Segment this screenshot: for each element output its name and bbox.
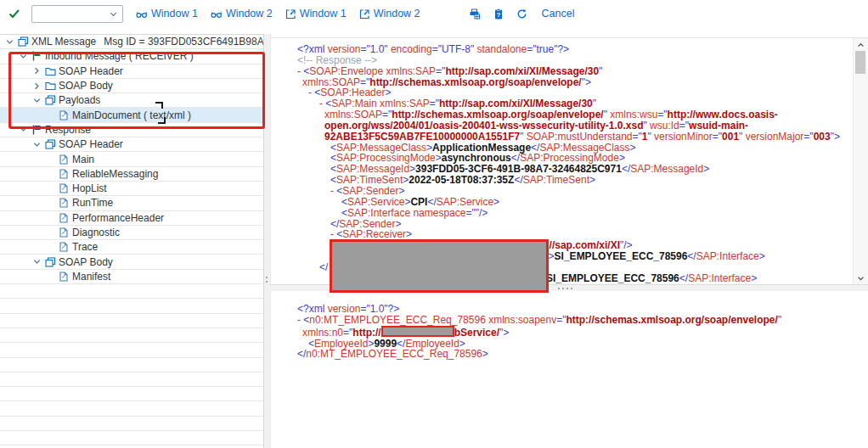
tree-item-manifest[interactable]: Manifest (0, 270, 263, 284)
tree-empty-row (0, 372, 263, 387)
xml-line: - <n0:MT_EMPLOYEE_ECC_Req_78596 xmlns:so… (271, 315, 868, 326)
folder-icon (43, 66, 57, 76)
xml-view-area: <?xml version="1.0" encoding="UTF-8" sta… (270, 34, 868, 448)
tree-item-diagnostic[interactable]: Diagnostic (0, 226, 263, 240)
tree-item-label: PerformanceHeader (72, 212, 164, 224)
scroll-up-icon[interactable] (854, 39, 868, 51)
xml-line: </n0:MT_EMPLOYEE_ECC_Req_78596> (271, 349, 868, 360)
doc-icon (57, 154, 70, 165)
tree-item-hoplist[interactable]: HopList (0, 182, 263, 196)
inline-redaction-box (381, 326, 454, 337)
glasses-icon (136, 8, 148, 19)
export-button[interactable] (469, 8, 481, 20)
tree-items: Inbound Message ( RECEIVER )SOAP HeaderS… (0, 49, 263, 448)
xml-payload-panel-bottom[interactable]: <?xml version="1.0"?>- <n0:MT_EMPLOYEE_E… (270, 291, 868, 448)
svg-text:?: ? (496, 11, 500, 19)
chevron-down-icon (109, 9, 118, 19)
message-selector-dropdown[interactable] (31, 5, 123, 23)
popup-window-icon (285, 8, 296, 20)
print-export-icon (469, 8, 481, 20)
toolbar-button-label: Window 2 (374, 8, 420, 20)
tree-empty-row (0, 284, 263, 299)
tree-item-label: Diagnostic (72, 227, 120, 238)
tree-item-label: Payloads (59, 94, 100, 106)
chevron-down-icon[interactable] (31, 96, 43, 105)
scrollbar-thumb[interactable] (855, 51, 865, 74)
tree-item-soap-body[interactable]: SOAP Body (0, 255, 263, 269)
tree-item-trace[interactable]: Trace (0, 240, 263, 255)
refresh-icon (516, 8, 527, 20)
tree-item-label: Inbound Message ( RECEIVER ) (45, 50, 194, 62)
chevron-down-icon[interactable] (31, 140, 43, 149)
tree-item-label: Trace (72, 241, 98, 253)
tree-item-label: Response (45, 124, 91, 136)
xml-line: xmlns:n0="http://bService/"> (271, 326, 868, 339)
tree-empty-row (0, 314, 263, 328)
tree-item-label: Main (72, 154, 94, 165)
scroll-down-icon[interactable] (854, 272, 868, 284)
xml-message-icon (16, 36, 30, 47)
tree-item-payloads[interactable]: Payloads (0, 93, 263, 108)
doc-icon (57, 242, 70, 252)
doc-icon (57, 169, 70, 179)
doc-icon (57, 272, 70, 282)
tree-root-xml-message[interactable]: XML Message Msg ID = 393FDD053CF6491B98A… (0, 35, 263, 49)
toolbar-button-view-window-1[interactable]: Window 1 (136, 8, 198, 20)
tree-item-label: SOAP Body (59, 256, 113, 268)
tree-empty-row (0, 431, 263, 445)
toolbar-button-view-window-2[interactable]: Window 2 (211, 8, 273, 20)
chevron-down-icon[interactable] (3, 37, 16, 47)
tree-item-soap-header[interactable]: SOAP Header (0, 137, 263, 152)
tree-item-maindocument-text-xml[interactable]: MainDocument ( text/xml ) (0, 108, 263, 122)
tree-item-soap-body[interactable]: SOAP Body (0, 79, 263, 93)
tree-item-label: MainDocument ( text/xml ) (72, 109, 191, 121)
tree-item-label: SOAP Header (59, 65, 123, 77)
doc-icon (57, 183, 70, 193)
refresh-button[interactable] (516, 8, 527, 20)
clipboard-help-icon: ? (493, 8, 504, 20)
tree-empty-row (0, 343, 263, 357)
pages-icon (43, 95, 57, 105)
doc-icon (57, 198, 70, 208)
help-button[interactable]: ? (493, 8, 504, 20)
tree-root-label: XML Message (31, 36, 96, 48)
tree-empty-row (0, 417, 263, 431)
doc-icon (57, 213, 70, 223)
tree-item-reliablemessaging[interactable]: ReliableMessaging (0, 167, 263, 182)
tree-item-main[interactable]: Main (0, 152, 263, 166)
chevron-right-icon[interactable] (31, 81, 43, 91)
tree-item-label: HopList (72, 182, 107, 194)
cancel-button[interactable]: Cancel (542, 8, 575, 20)
payload-xml-text: <?xml version="1.0"?>- <n0:MT_EMPLOYEE_E… (271, 291, 868, 360)
tree-empty-row (0, 401, 263, 416)
tree-item-label: Manifest (72, 271, 110, 283)
toolbar-button-open-window-1[interactable]: Window 1 (285, 8, 347, 20)
chevron-right-icon[interactable] (31, 66, 43, 76)
chevron-down-icon[interactable] (17, 52, 30, 61)
tree-empty-row (0, 358, 263, 372)
tree-item-runtime[interactable]: RunTime (0, 196, 263, 210)
toolbar-button-open-window-2[interactable]: Window 2 (359, 8, 420, 20)
tree-item-performanceheader[interactable]: PerformanceHeader (0, 211, 263, 226)
tree-empty-row (0, 328, 263, 343)
message-tree-panel: XML Message Msg ID = 393FDD053CF6491B98A… (0, 34, 264, 448)
vertical-scrollbar[interactable] (853, 38, 868, 285)
folder-icon (43, 81, 57, 91)
tree-item-soap-header[interactable]: SOAP Header (0, 64, 263, 79)
chevron-down-icon[interactable] (17, 125, 30, 134)
tree-empty-row (0, 387, 263, 401)
pages-icon (43, 139, 57, 149)
tree-item-label: ReliableMessaging (72, 168, 158, 180)
tree-empty-row (0, 299, 263, 313)
toolbar-links: Window 1Window 2Window 1Window 2 (123, 8, 420, 20)
msg-id-label: Msg ID = 393FDD053CF6491B98A73246 (104, 36, 263, 48)
confirm-check-icon[interactable] (8, 8, 20, 20)
tree-item-inbound-message-receiver[interactable]: Inbound Message ( RECEIVER ) (0, 49, 263, 64)
popup-window-icon (359, 8, 370, 20)
tree-item-response[interactable]: Response (0, 123, 263, 137)
doc-icon (57, 227, 70, 238)
toolbar-button-label: Window 2 (226, 8, 273, 20)
chevron-down-icon[interactable] (31, 257, 43, 266)
pages-icon (43, 257, 57, 267)
tree-item-label: RunTime (72, 197, 113, 209)
